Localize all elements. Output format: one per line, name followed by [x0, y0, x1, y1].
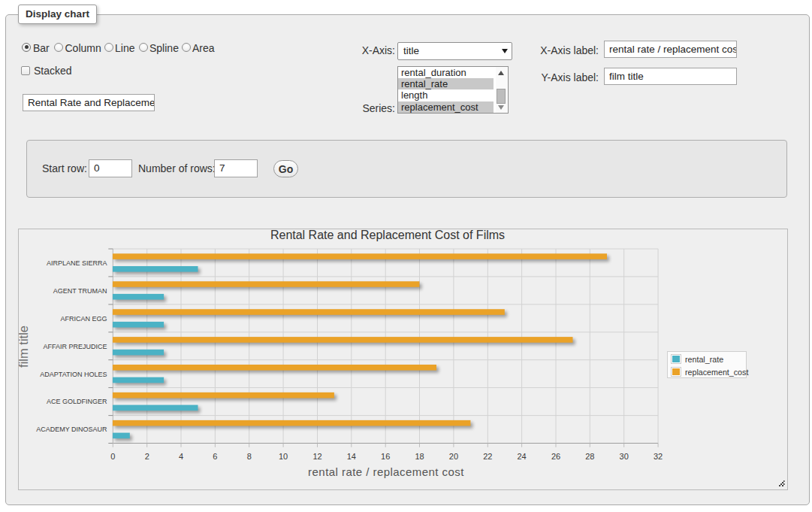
svg-text:30: 30 — [620, 452, 629, 461]
svg-text:12: 12 — [312, 452, 321, 461]
svg-text:18: 18 — [415, 452, 424, 461]
svg-text:rental_rate: rental_rate — [685, 355, 723, 364]
svg-text:26: 26 — [551, 452, 560, 461]
svg-text:16: 16 — [381, 452, 390, 461]
svg-text:AFFAIR PREJUDICE: AFFAIR PREJUDICE — [43, 343, 107, 350]
svg-text:2: 2 — [145, 452, 149, 461]
svg-text:AGENT TRUMAN: AGENT TRUMAN — [53, 287, 107, 295]
svg-text:Rental Rate and Replacement Co: Rental Rate and Replacement Cost of Film… — [270, 229, 505, 241]
svg-text:28: 28 — [585, 452, 594, 461]
svg-text:ACADEMY DINOSAUR: ACADEMY DINOSAUR — [36, 426, 107, 433]
svg-text:rental rate / replacement cost: rental rate / replacement cost — [308, 465, 464, 478]
svg-text:AIRPLANE SIERRA: AIRPLANE SIERRA — [47, 259, 107, 267]
svg-text:22: 22 — [483, 452, 492, 461]
svg-text:20: 20 — [449, 452, 458, 461]
svg-text:10: 10 — [279, 452, 288, 461]
svg-text:film title: film title — [19, 326, 30, 368]
svg-text:24: 24 — [517, 452, 526, 461]
svg-text:ACE GOLDFINGER: ACE GOLDFINGER — [47, 398, 107, 405]
svg-text:8: 8 — [247, 452, 252, 461]
svg-text:replacement_cost: replacement_cost — [685, 368, 748, 377]
svg-text:14: 14 — [347, 452, 356, 461]
svg-text:ADAPTATION HOLES: ADAPTATION HOLES — [40, 371, 107, 378]
svg-text:4: 4 — [179, 452, 183, 461]
svg-text:AFRICAN EGG: AFRICAN EGG — [60, 315, 107, 323]
svg-text:0: 0 — [110, 452, 115, 461]
svg-text:6: 6 — [213, 452, 217, 461]
svg-text:32: 32 — [654, 452, 663, 461]
